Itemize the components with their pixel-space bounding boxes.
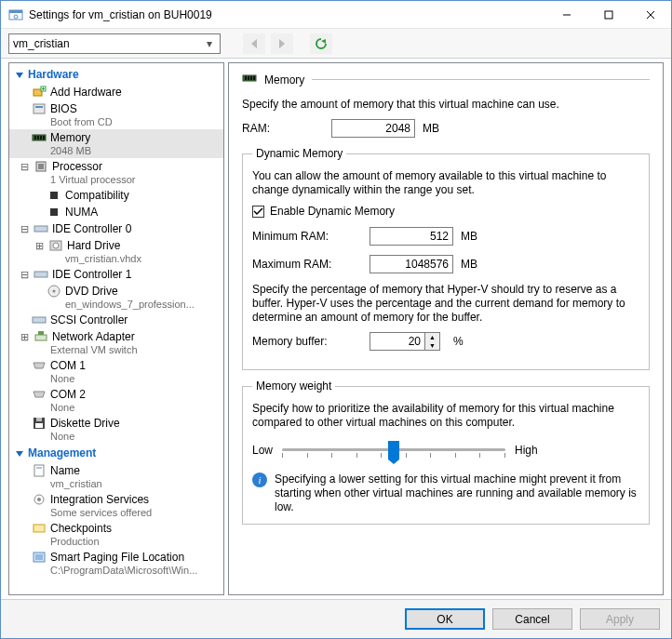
svg-rect-34 [38,331,44,335]
svg-rect-1 [9,10,22,13]
expand-icon[interactable]: ⊞ [19,330,30,344]
tree-item-add-hardware[interactable]: Add Hardware [9,84,223,100]
processor-icon [34,159,48,174]
add-hardware-icon [32,85,47,100]
vm-selector-combo[interactable]: vm_cristian ▾ [8,33,221,54]
info-icon: i [252,473,267,487]
memory-weight-slider[interactable] [282,437,505,463]
ram-input[interactable] [331,119,415,138]
svg-point-28 [53,243,59,248]
svg-rect-52 [248,76,249,80]
diskette-icon [32,416,47,431]
tree-item-network-adapter[interactable]: ⊞Network Adapter External VM switch [9,328,223,357]
name-icon [32,463,47,478]
controller-icon [34,267,48,282]
tree-item-checkpoints[interactable]: Checkpoints Production [9,520,223,549]
tree-item-hard-drive[interactable]: ⊞Hard Drive vm_cristian.vhdx [9,237,223,266]
apply-button[interactable]: Apply [580,608,660,630]
svg-point-31 [53,290,56,293]
tree-item-dvd-drive[interactable]: DVD Drive en_windows_7_profession... [9,283,223,312]
tree-item-ide1[interactable]: ⊟IDE Controller 1 [9,266,223,283]
tree-item-smart-paging[interactable]: Smart Paging File Location C:\ProgramDat… [9,549,223,578]
svg-rect-53 [250,76,252,80]
tree-item-bios[interactable]: BIOS Boot from CD [9,100,223,129]
svg-rect-19 [37,136,39,140]
collapse-icon [15,71,24,79]
svg-marker-36 [34,392,45,397]
tree-item-processor[interactable]: ⊟Processor 1 Virtual processor [9,158,223,187]
svg-rect-39 [35,423,43,428]
chip-icon [47,188,61,203]
close-button[interactable] [629,1,671,28]
refresh-button[interactable] [310,33,332,54]
tree-item-diskette[interactable]: Diskette Drive None [9,415,223,444]
dynamic-memory-group: Dynamic Memory You can allow the amount … [242,147,650,370]
chip-icon [47,205,61,220]
buffer-label: Memory buffer: [252,335,362,348]
enable-dynamic-memory-checkbox[interactable]: Enable Dynamic Memory [252,205,639,218]
svg-rect-18 [34,136,36,140]
tree-item-compatibility[interactable]: Compatibility [9,187,223,204]
window-title: Settings for vm_cristian on BUH0019 [29,8,545,21]
dvd-icon [47,284,61,299]
min-ram-input[interactable] [370,227,453,246]
expand-icon[interactable]: ⊟ [19,222,30,236]
info-text: Specifying a lower setting for this virt… [275,473,639,514]
svg-rect-45 [34,525,45,532]
hard-drive-icon [48,238,63,253]
slider-high-label: High [515,444,538,457]
svg-rect-16 [35,106,43,108]
buffer-input[interactable] [370,332,425,351]
svg-rect-25 [50,208,58,216]
expand-icon[interactable]: ⊟ [19,160,30,174]
checkbox-checked-icon [252,206,264,218]
svg-rect-51 [245,76,247,80]
svg-rect-29 [34,272,47,277]
intro-text: Specify the amount of memory that this v… [242,98,650,112]
collapse-icon [15,449,24,458]
cancel-button[interactable]: Cancel [492,608,572,630]
expand-icon[interactable]: ⊟ [19,268,30,282]
svg-rect-32 [33,317,46,323]
checkpoint-icon [32,521,47,536]
svg-marker-7 [251,39,257,48]
tree-item-com2[interactable]: COM 2 None [9,386,223,415]
expand-icon[interactable]: ⊞ [34,239,45,253]
memory-icon [242,71,257,88]
min-ram-label: Minimum RAM: [252,230,362,243]
nav-back-button[interactable] [243,33,265,54]
maximize-button[interactable] [587,1,629,28]
svg-rect-15 [34,104,45,113]
tree-item-integration-services[interactable]: Integration Services Some services offer… [9,491,223,520]
paging-icon [32,550,47,565]
max-ram-input[interactable] [370,255,453,273]
tree-item-scsi[interactable]: SCSI Controller [9,312,223,328]
serial-port-icon [32,358,47,373]
settings-tree: Hardware Add Hardware BIOS Boot from CD … [8,62,224,595]
ram-label: RAM: [242,122,324,135]
svg-rect-38 [36,418,42,421]
memory-weight-legend: Memory weight [252,379,335,393]
tree-item-name[interactable]: Name vm_cristian [9,462,223,491]
max-ram-label: Maximum RAM: [252,258,362,271]
category-hardware[interactable]: Hardware [9,65,223,84]
svg-marker-10 [16,73,23,78]
svg-marker-8 [279,39,285,48]
svg-rect-20 [40,136,42,140]
memory-icon [32,130,47,145]
tree-item-ide0[interactable]: ⊟IDE Controller 0 [9,220,223,237]
minimize-button[interactable] [545,1,587,28]
memory-weight-group: Memory weight Specify how to prioritize … [242,379,650,525]
app-icon [8,7,23,22]
buffer-spinner[interactable]: ▲▼ [425,332,440,351]
tree-item-memory[interactable]: Memory 2048 MB [9,129,223,158]
tree-item-com1[interactable]: COM 1 None [9,357,223,386]
category-management[interactable]: Management [9,444,223,462]
svg-rect-23 [38,164,44,169]
button-bar: OK Cancel Apply [1,599,671,638]
tree-item-numa[interactable]: NUMA [9,204,223,220]
nav-forward-button[interactable] [271,33,293,54]
svg-point-44 [37,498,41,501]
ok-button[interactable]: OK [405,608,485,630]
bios-icon [32,101,47,116]
